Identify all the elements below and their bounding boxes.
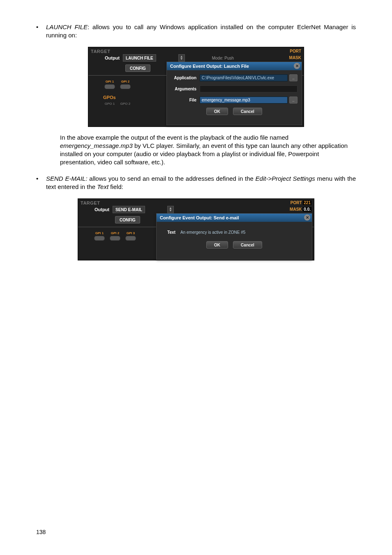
bullet-marker: • — [36, 23, 46, 31]
gpi-2-box — [110, 236, 120, 241]
gpo-2: GPO 2 — [119, 101, 132, 106]
target-label: TARGET — [91, 49, 110, 54]
row-arguments: Arguments — [171, 85, 297, 92]
file-label: File — [171, 98, 200, 102]
port-value: 221 — [303, 200, 311, 205]
port-label: PORT 221 — [291, 200, 311, 205]
gpi-2-label: GPI 2 — [119, 80, 132, 83]
text-label: Text — [161, 230, 179, 235]
dialog-title-bar: Configure Event Output: Launch File ✕ — [167, 62, 302, 70]
stepper-icon[interactable]: ▲▼ — [178, 54, 185, 62]
gpi-1-label: GPI 1 — [103, 80, 116, 83]
explain-paragraph: In the above example the output of the e… — [60, 134, 356, 166]
explain-filename: emergency_message.mp3 — [60, 142, 133, 149]
menu-path: Edit->Project Settings — [256, 175, 315, 182]
gpi-2-label: GPI 2 — [108, 231, 122, 235]
gpi-3[interactable]: GPI 3 — [124, 231, 137, 241]
gpi-1-label: GPI 1 — [93, 231, 106, 235]
dialog-title: Configure Event Output: Send e-mail — [160, 215, 239, 220]
desc-2c: field: — [108, 183, 123, 190]
mask-label: MASK 0.0. — [290, 207, 311, 212]
dialog-title-bar: Configure Event Output: Send e-mail ✕ — [157, 214, 312, 222]
browse-button-file[interactable]: .. — [289, 97, 297, 104]
file-input[interactable]: emergency_message.mp3 — [200, 97, 288, 104]
gpi-1-box — [104, 84, 115, 89]
gpi-3-label: GPI 3 — [124, 231, 137, 235]
dialog-title: Configure Event Output: Launch File — [170, 64, 249, 69]
output-label: Output — [95, 207, 109, 212]
bullet-launch-file: • LAUNCH FILE: allows you to call any Wi… — [36, 23, 356, 39]
output-row: Output SEND E-MAIL ▲▼ — [78, 205, 314, 214]
gpi-1[interactable]: GPI 1 — [103, 80, 116, 89]
dialog-launch-file: Configure Event Output: Launch File ✕ Ap… — [166, 62, 302, 125]
arguments-input[interactable] — [200, 85, 297, 92]
cancel-button[interactable]: Cancel — [233, 241, 262, 249]
dialog-body: Application C:\ProgramFiles\VideoLAN\VLC… — [167, 70, 302, 115]
gpo-1-label: GPO 1 — [105, 102, 115, 106]
term-send-email: SEND E-MAIL: — [46, 175, 88, 182]
ss-send-email-panel: TARGET PORT 221 MASK 0.0. Output SEND E-… — [78, 198, 314, 260]
output-label: Output — [105, 55, 120, 60]
gpo-1: GPO 1 — [103, 101, 116, 106]
page-number: 138 — [36, 529, 46, 535]
bullet-body: LAUNCH FILE: allows you to call any Wind… — [46, 23, 356, 39]
stepper-icon[interactable]: ▲▼ — [167, 206, 174, 213]
cancel-button[interactable]: Cancel — [233, 108, 262, 115]
gpi-2[interactable]: GPI 2 — [108, 231, 122, 241]
explain-1a: In the above example the output of the e… — [60, 134, 288, 141]
row-text: Text An emergency is active in ZONE #5 — [161, 230, 308, 235]
ss-launch-file-panel: TARGET PORT MASK Output LAUNCH FILE ▲▼ M… — [88, 47, 304, 127]
output-row: Output LAUNCH FILE ▲▼ Mode: Push — [88, 54, 304, 62]
mask-label: MASK — [289, 55, 301, 60]
mode-label: Mode: Push — [212, 56, 234, 60]
ok-button[interactable]: OK — [206, 108, 228, 115]
term-launch-file: LAUNCH FILE — [46, 23, 88, 30]
browse-button-app[interactable]: .. — [289, 74, 297, 81]
screenshot-send-email: TARGET PORT 221 MASK 0.0. Output SEND E-… — [36, 198, 356, 260]
field-text: Text — [97, 183, 108, 190]
text-value[interactable]: An emergency is active in ZONE #5 — [179, 230, 308, 235]
ok-button[interactable]: OK — [206, 241, 228, 249]
gpi-2-box — [120, 84, 131, 89]
application-input[interactable]: C:\ProgramFiles\VideoLAN\VLC\vlc.exe — [200, 74, 288, 81]
config-button[interactable]: CONFIG — [115, 216, 140, 223]
screenshot-launch-file: TARGET PORT MASK Output LAUNCH FILE ▲▼ M… — [36, 47, 356, 127]
dialog-buttons: OK Cancel — [161, 241, 308, 249]
gpi-3-box — [125, 236, 136, 241]
bullet-marker: • — [36, 175, 46, 183]
row-file: File emergency_message.mp3 .. — [171, 97, 297, 104]
row-application: Application C:\ProgramFiles\VideoLAN\VLC… — [171, 74, 297, 81]
close-icon[interactable]: ✕ — [294, 63, 300, 69]
close-icon[interactable]: ✕ — [304, 214, 310, 221]
config-button[interactable]: CONFIG — [125, 64, 150, 72]
mask-value: 0.0. — [303, 207, 311, 212]
output-select[interactable]: LAUNCH FILE — [123, 54, 156, 62]
output-select[interactable]: SEND E-MAIL — [113, 206, 145, 213]
mask-key: MASK — [290, 207, 302, 212]
bullet-send-email: • SEND E-MAIL: allows you to send an ema… — [36, 175, 356, 191]
dialog-buttons: OK Cancel — [171, 108, 297, 115]
desc-launch-file: : allows you to call any Windows applica… — [46, 23, 356, 39]
application-label: Application — [171, 76, 200, 80]
port-key: PORT — [291, 200, 302, 205]
dialog-body: Text An emergency is active in ZONE #5 O… — [157, 222, 312, 249]
gpo-2-label: GPO 2 — [120, 102, 130, 106]
gpi-1-box — [94, 236, 105, 241]
dialog-send-email: Configure Event Output: Send e-mail ✕ Te… — [156, 213, 312, 260]
target-label: TARGET — [81, 200, 100, 205]
port-label: PORT — [290, 49, 301, 53]
bullet-body: SEND E-MAIL: allows you to send an email… — [46, 175, 356, 191]
arguments-label: Arguments — [171, 87, 200, 91]
gpi-2[interactable]: GPI 2 — [119, 80, 132, 89]
desc-2a: allows you to send an email to the addre… — [88, 175, 256, 182]
gpi-1[interactable]: GPI 1 — [93, 231, 106, 241]
